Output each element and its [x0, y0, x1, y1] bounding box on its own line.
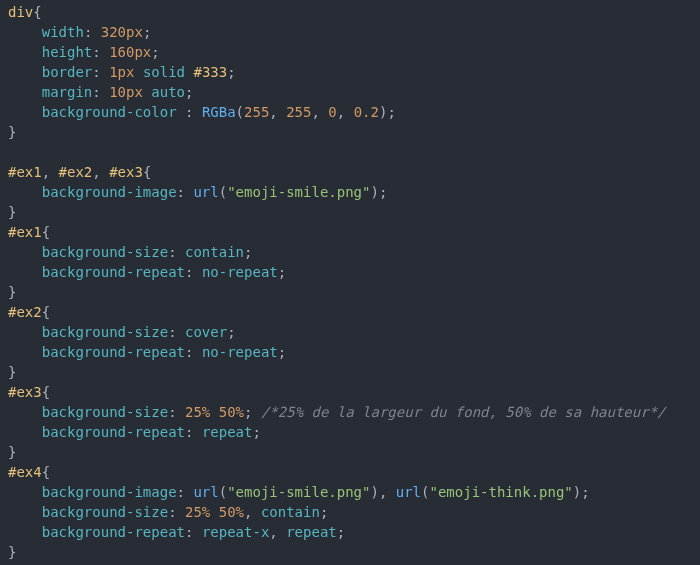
css-property: background-repeat: [42, 524, 185, 540]
css-property: border: [42, 64, 93, 80]
css-selector: #ex2: [59, 164, 93, 180]
css-property: background-image: [42, 184, 177, 200]
css-property: background-repeat: [42, 424, 185, 440]
css-property: background-image: [42, 484, 177, 500]
css-selector: #ex1: [8, 224, 42, 240]
css-comment: /*25% de la largeur du fond, 50% de sa h…: [261, 404, 666, 420]
css-code-block: div{ width: 320px; height: 160px; border…: [0, 0, 700, 565]
css-selector: div: [8, 4, 33, 20]
css-property: background-repeat: [42, 344, 185, 360]
css-property: background-size: [42, 244, 168, 260]
css-selector: #ex4: [8, 464, 42, 480]
css-property: background-repeat: [42, 264, 185, 280]
css-property: background-size: [42, 504, 168, 520]
css-selector: #ex1: [8, 164, 42, 180]
css-property: margin: [42, 84, 93, 100]
css-property: width: [42, 24, 84, 40]
css-property: background-color: [42, 104, 177, 120]
css-property: height: [42, 44, 93, 60]
css-property: background-size: [42, 404, 168, 420]
css-selector: #ex3: [8, 384, 42, 400]
css-selector: #ex2: [8, 304, 42, 320]
css-property: background-size: [42, 324, 168, 340]
css-selector: #ex3: [109, 164, 143, 180]
